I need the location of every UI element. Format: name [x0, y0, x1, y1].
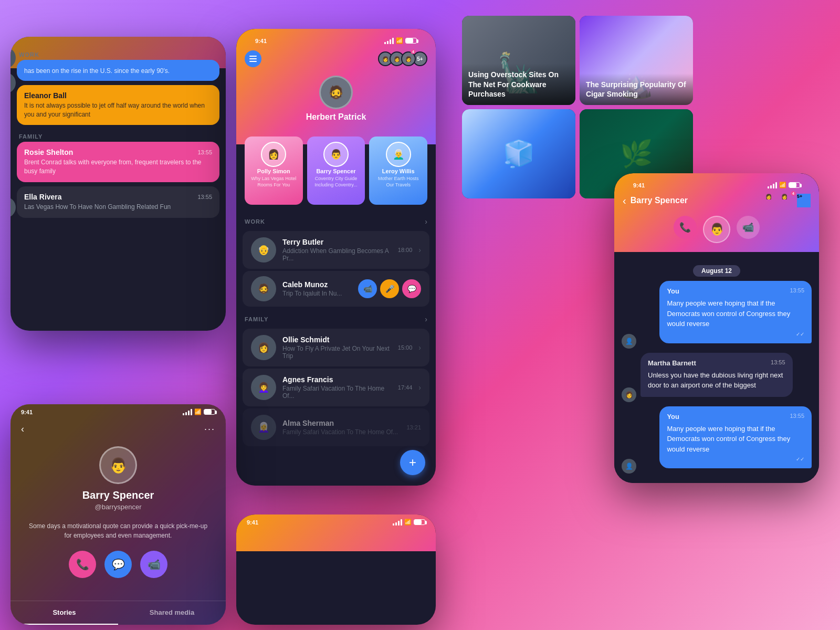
- date-divider: August 12: [693, 265, 740, 277]
- chat-button[interactable]: 💬: [104, 551, 132, 578]
- bubble-sent-1: You 13:55 Many people were hoping that i…: [659, 281, 812, 343]
- status-bar-p3: 9:41 📶: [10, 404, 226, 417]
- story-avatar-polly: 👩: [261, 142, 286, 167]
- chat-preview-ella: Las Vegas How To Have Non Gambling Relat…: [24, 203, 212, 212]
- list-item-alma[interactable]: 👩‍🦳 Alma Sherman Family Safari Vacation …: [243, 408, 429, 446]
- section-work-label: WORK: [17, 47, 219, 60]
- compose-fab[interactable]: +: [400, 450, 425, 475]
- status-time-p5: 9:41: [247, 519, 258, 526]
- chat-preview-rosie: Brent Conrad talks with everyone from, f…: [24, 158, 212, 176]
- story-desc-leroy: Mother Earth Hosts Our Travels: [373, 176, 423, 188]
- story-desc-polly: Why Las Vegas Hotel Rooms For You: [249, 176, 299, 188]
- wifi-icon-p3: 📶: [194, 408, 202, 415]
- chat-av-more[interactable]: 5+: [797, 194, 811, 207]
- arrow-icon-agnes: ›: [418, 383, 421, 392]
- list-item-ollie[interactable]: 👩 Ollie Schmidt How To Fly A Private Jet…: [243, 329, 429, 366]
- family-arrow-icon[interactable]: ›: [425, 315, 427, 323]
- news-card-overstock[interactable]: 🗽 Using Overstock Sites On The Net For C…: [462, 16, 575, 105]
- chat-bubble-eleanor[interactable]: Eleanor Ball It is not always possible t…: [17, 85, 219, 125]
- status-icons-p4: 📶: [768, 182, 800, 188]
- user-center-avatar: 🧔: [319, 76, 353, 109]
- more-options-button[interactable]: ···: [204, 424, 215, 435]
- work-section-header: WORK ›: [236, 211, 436, 229]
- status-icons-p5: 📶: [393, 519, 425, 526]
- story-card-barry[interactable]: 👨 Barry Spencer Coventry City Guide Incl…: [307, 136, 365, 205]
- video-button[interactable]: 📹: [140, 551, 167, 578]
- phone-profile: 9:41 📶 ‹ ··· 👨 Barry Spencer @barryspenc…: [10, 404, 226, 625]
- status-bar: 9:41 📶: [245, 33, 427, 46]
- news-grid: 🗽 Using Overstock Sites On The Net For C…: [462, 16, 693, 198]
- time-agnes: 17:44: [398, 384, 413, 391]
- msg-sender-3: You: [667, 413, 679, 421]
- video-call-button[interactable]: 📹: [358, 279, 377, 298]
- back-button-chat[interactable]: ‹: [623, 195, 626, 207]
- menu-icon: [249, 56, 257, 62]
- news-card-ice[interactable]: 🧊: [462, 109, 575, 198]
- profile-tabs: Stories Shared media: [10, 601, 226, 625]
- call-button[interactable]: 📞: [69, 551, 96, 578]
- video-action-button[interactable]: 📹: [737, 216, 760, 239]
- message-2: 👩 Martha Barnett 13:55 Unless you have t…: [622, 353, 812, 402]
- message-1: You 13:55 Many people were hoping that i…: [622, 281, 812, 349]
- preview-caleb: Trip To Iqaluit In Nu...: [282, 290, 352, 297]
- story-desc-barry: Coventry City Guide Including Coventry..…: [311, 176, 361, 188]
- menu-button[interactable]: [245, 50, 261, 67]
- sidebar-avatar: 👴: [10, 47, 16, 68]
- profile-handle: @barryspencer: [94, 503, 141, 511]
- phone-messaging-list: WORK 👴 👩‍🦰 has been on the rise in the U…: [10, 37, 226, 331]
- name-terry: Terry Butler: [282, 238, 392, 246]
- news-card-cigar[interactable]: 🏔️ The Surprising Popularity Of Cigar Sm…: [580, 16, 693, 105]
- msg-text-1: Many people were hoping that if the Demo…: [667, 298, 804, 329]
- msg-text-3: Many people were hoping that if the Demo…: [667, 424, 804, 455]
- preview-agnes: Family Safari Vacation To The Home Of...: [282, 385, 392, 400]
- chat-time-ella: 13:55: [197, 194, 212, 200]
- tab-shared-media[interactable]: Shared media: [118, 601, 226, 625]
- call-action-button[interactable]: 📞: [674, 216, 697, 239]
- back-button[interactable]: ‹: [21, 424, 24, 435]
- message-button[interactable]: 💬: [402, 279, 421, 298]
- msg-sender-2: Martha Barnett: [648, 359, 696, 367]
- signal-icon-p4: [768, 182, 777, 188]
- contact-actions: 📞 👨 📹: [623, 211, 811, 251]
- chat-preview-top: has been on the rise in the U.S. since t…: [24, 67, 212, 76]
- work-arrow-icon[interactable]: ›: [425, 217, 427, 226]
- content-caleb: Caleb Munoz Trip To Iqaluit In Nu...: [282, 280, 352, 297]
- msg-avatar-1: 👤: [622, 334, 636, 349]
- story-card-leroy[interactable]: 👨‍🦳 Leroy Willis Mother Earth Hosts Our …: [369, 136, 427, 205]
- chat-bubble-ella[interactable]: Ella Rivera 13:55 Las Vegas How To Have …: [17, 186, 219, 218]
- bubble-sent-3: You 13:55 Many people were hoping that i…: [659, 406, 812, 469]
- msg-avatar-2: 👩: [622, 387, 636, 402]
- content-alma: Alma Sherman Family Safari Vacation To T…: [282, 419, 400, 436]
- list-item-terry[interactable]: 👴 Terry Butler Addiction When Gambling B…: [243, 231, 429, 269]
- avatar-group[interactable]: 👩 👩 4 👩 5+: [381, 51, 427, 66]
- wifi-icon-p5: 📶: [404, 519, 412, 526]
- chat-bubble-rosie[interactable]: Rosie Shelton 13:55 Brent Conrad talks w…: [17, 142, 219, 182]
- avatar-agnes: 👩‍🦱: [251, 375, 276, 400]
- status-time-p4: 9:41: [633, 182, 645, 188]
- status-bar-p4: 9:41 📶: [623, 177, 811, 191]
- avatar-ollie: 👩: [251, 335, 276, 360]
- user-center-name: Herbert Patrick: [245, 112, 427, 122]
- list-item-caleb[interactable]: 🧔 Caleb Munoz Trip To Iqaluit In Nu... 📹…: [243, 271, 429, 307]
- family-section-header: FAMILY ›: [236, 309, 436, 327]
- story-name-leroy: Leroy Willis: [373, 168, 423, 174]
- chat-av-1: 👩: [765, 194, 779, 207]
- msg-time-2: 13:55: [771, 359, 785, 367]
- status-bar-p5: 9:41 📶: [236, 514, 436, 528]
- chat-contact-name: Barry Spencer: [631, 196, 688, 205]
- battery-icon-p4: [789, 182, 800, 188]
- battery-icon: [405, 38, 417, 44]
- group-avatar-3: 4 👩: [401, 51, 416, 66]
- tab-stories[interactable]: Stories: [10, 601, 118, 625]
- list-item-agnes[interactable]: 👩‍🦱 Agnes Francis Family Safari Vacation…: [243, 369, 429, 406]
- news-title-cigar: The Surprising Popularity Of Cigar Smoki…: [586, 80, 687, 99]
- user-center: 🧔 Herbert Patrick: [245, 71, 427, 130]
- sidebar-avatar: 👩‍🦰: [10, 72, 16, 93]
- time-alma: 13:21: [406, 424, 421, 430]
- mic-button[interactable]: 🎤: [380, 279, 399, 298]
- messages-area: August 12 You 13:55 Many people were hop…: [614, 256, 819, 483]
- story-card-polly[interactable]: 👩 Polly Simon Why Las Vegas Hotel Rooms …: [245, 136, 303, 205]
- chat-name-ella: Ella Rivera: [24, 193, 62, 201]
- section-family-label: FAMILY: [17, 129, 219, 142]
- profile-actions: 📞 💬 📹: [10, 545, 226, 583]
